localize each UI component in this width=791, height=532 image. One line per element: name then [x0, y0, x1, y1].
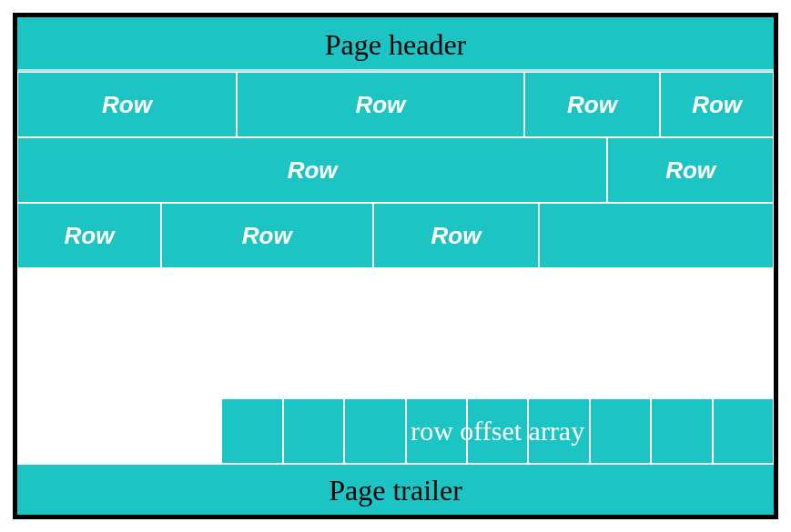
- row-cell-empty: [539, 203, 774, 268]
- offset-cell: [283, 398, 344, 464]
- row-band-2: Row Row: [17, 137, 774, 203]
- offset-cells: row offset array: [221, 398, 774, 464]
- row-cell: Row: [660, 72, 774, 137]
- offset-cell: [651, 398, 712, 464]
- offset-cell: [467, 398, 528, 464]
- row-cell: Row: [17, 137, 607, 203]
- row-cell: Row: [524, 72, 661, 137]
- row-cell: Row: [17, 203, 161, 268]
- offset-cell: [590, 398, 651, 464]
- offset-leading-gap: [17, 398, 221, 464]
- row-offset-array: row offset array: [17, 398, 774, 464]
- free-space: [17, 268, 774, 398]
- page-header-label: Page header: [325, 28, 466, 61]
- page-header: Page header: [17, 17, 774, 72]
- row-cell: Row: [607, 137, 774, 203]
- offset-cell: [221, 398, 282, 464]
- offset-cell: [406, 398, 467, 464]
- row-cell: Row: [373, 203, 540, 268]
- offset-cell: [528, 398, 589, 464]
- page-trailer-label: Page trailer: [329, 474, 462, 507]
- row-cell: Row: [161, 203, 373, 268]
- row-cell: Row: [237, 72, 524, 137]
- row-cell: Row: [17, 72, 237, 137]
- offset-cell: [344, 398, 405, 464]
- row-band-1: Row Row Row Row: [17, 72, 774, 137]
- offset-cell: [713, 398, 774, 464]
- row-band-3: Row Row Row: [17, 203, 774, 268]
- page-trailer: Page trailer: [17, 464, 774, 515]
- page-diagram: Page header Row Row Row Row Row Row Row …: [13, 13, 778, 519]
